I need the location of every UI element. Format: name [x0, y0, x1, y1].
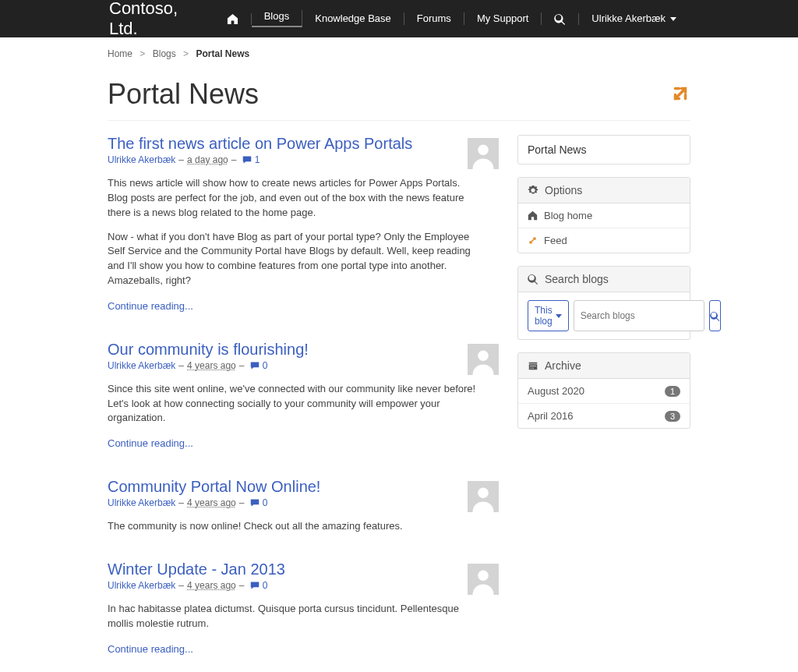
nav-my-support[interactable]: My Support: [464, 12, 542, 25]
home-icon: [528, 210, 538, 221]
post-time: 4 years ago: [187, 497, 236, 508]
gear-icon: [528, 185, 538, 196]
continue-reading-link[interactable]: Continue reading...: [108, 437, 193, 451]
home-icon: [227, 13, 238, 25]
search-icon: [710, 311, 720, 321]
post-author-link[interactable]: Ulrikke Akerbæk: [108, 360, 175, 371]
archive-panel: Archive August 20201 April 20163: [517, 352, 690, 429]
search-panel: Search blogs This blog: [517, 266, 690, 340]
search-submit-button[interactable]: [709, 300, 721, 331]
search-icon: [528, 274, 538, 285]
archive-item[interactable]: April 20163: [518, 403, 690, 428]
post-excerpt: Now - what if you don't have Blog as par…: [108, 230, 482, 288]
author-avatar: [468, 481, 499, 512]
archive-header: Archive: [545, 359, 581, 372]
calendar-icon: [528, 360, 538, 371]
author-avatar: [468, 344, 499, 375]
nav-knowledge-base[interactable]: Knowledge Base: [302, 12, 404, 25]
comment-icon: [250, 360, 260, 371]
post-comments-link[interactable]: 0: [250, 360, 267, 371]
post-excerpt: The community is now online! Check out a…: [108, 519, 482, 534]
post-author-link[interactable]: Ulrikke Akerbæk: [108, 580, 175, 591]
post-author-link[interactable]: Ulrikke Akerbæk: [108, 497, 175, 508]
breadcrumb-current: Portal News: [196, 48, 249, 59]
chevron-down-icon: [556, 314, 562, 318]
post-title-link[interactable]: Community Portal Now Online!: [108, 478, 499, 496]
option-blog-home[interactable]: Blog home: [518, 203, 690, 228]
post-excerpt: This news article will show how to creat…: [108, 176, 482, 191]
author-avatar: [468, 138, 499, 169]
post-time: a day ago: [187, 154, 228, 165]
feed-link-icon[interactable]: [670, 83, 690, 106]
blog-post: Our community is flourishing! Ulrikke Ak…: [108, 341, 499, 451]
top-navigation-bar: Contoso, Ltd. Blogs Knowledge Base Forum…: [0, 0, 798, 37]
post-excerpt: In hac habitasse platea dictumst. Quisqu…: [108, 602, 482, 631]
continue-reading-link[interactable]: Continue reading...: [108, 642, 193, 657]
post-time: 4 years ago: [187, 580, 236, 591]
post-time: 4 years ago: [187, 360, 236, 371]
breadcrumb-home[interactable]: Home: [108, 48, 132, 59]
blog-post: Community Portal Now Online! Ulrikke Ake…: [108, 478, 499, 534]
comment-icon: [250, 580, 260, 591]
archive-count-badge: 3: [665, 411, 680, 422]
post-title-link[interactable]: Our community is flourishing!: [108, 341, 499, 359]
search-input[interactable]: [574, 300, 704, 331]
post-title-link[interactable]: Winter Update - Jan 2013: [108, 561, 499, 578]
post-title-link[interactable]: The first news article on Power Apps Por…: [108, 135, 499, 153]
archive-item[interactable]: August 20201: [518, 379, 690, 403]
nav-blogs[interactable]: Blogs: [252, 10, 303, 27]
author-avatar: [468, 564, 499, 595]
options-header: Options: [545, 184, 582, 196]
user-name: Ulrikke Akerbæk: [591, 12, 666, 24]
post-comments-link[interactable]: 1: [242, 154, 260, 165]
option-feed[interactable]: Feed: [518, 228, 690, 253]
breadcrumb: Home > Blogs > Portal News: [108, 48, 690, 59]
post-comments-link[interactable]: 0: [250, 580, 267, 591]
options-panel: Options Blog home Feed: [517, 177, 690, 253]
post-author-link[interactable]: Ulrikke Akerbæk: [108, 154, 175, 165]
comment-icon: [242, 154, 252, 165]
nav-forums[interactable]: Forums: [404, 12, 464, 25]
post-excerpt: Since this site went online, we've conne…: [108, 382, 482, 426]
search-icon: [554, 13, 566, 25]
search-header: Search blogs: [545, 273, 609, 285]
chevron-down-icon: [670, 17, 676, 21]
page-title: Portal News: [108, 78, 670, 111]
nav-search[interactable]: [542, 13, 579, 25]
search-scope-dropdown[interactable]: This blog: [528, 300, 569, 331]
post-excerpt: Blog posts are perfect for the job, and …: [108, 191, 482, 221]
post-comments-link[interactable]: 0: [250, 497, 267, 508]
nav-home[interactable]: [214, 13, 252, 25]
comment-icon: [250, 497, 260, 508]
nav-user-menu[interactable]: Ulrikke Akerbæk: [579, 12, 689, 25]
continue-reading-link[interactable]: Continue reading...: [108, 299, 193, 314]
blog-post: The first news article on Power Apps Por…: [108, 135, 499, 314]
link-icon: [528, 235, 538, 246]
breadcrumb-blogs[interactable]: Blogs: [153, 48, 176, 59]
blog-post: Winter Update - Jan 2013 Ulrikke Akerbæk…: [108, 561, 499, 657]
brand-title[interactable]: Contoso, Ltd.: [109, 0, 183, 39]
sidebar-blog-title: Portal News: [517, 135, 690, 164]
archive-count-badge: 1: [665, 386, 680, 397]
